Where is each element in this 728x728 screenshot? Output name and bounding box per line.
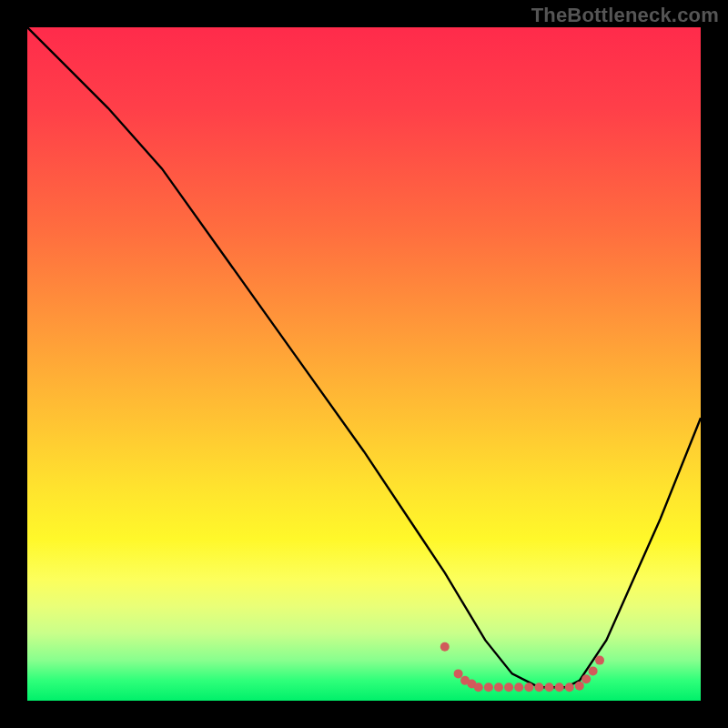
marker-dot (454, 669, 463, 678)
marker-dot (589, 666, 598, 675)
marker-dot (565, 682, 574, 692)
marker-dot (595, 656, 604, 665)
watermark-text: TheBottleneck.com (531, 4, 719, 27)
marker-dot (581, 674, 591, 683)
marker-dot (484, 682, 493, 692)
plot-area (27, 27, 701, 701)
chart-container: TheBottleneck.com (0, 0, 728, 728)
marker-dot (524, 682, 533, 692)
marker-dot (440, 642, 450, 652)
marker-dot (474, 682, 483, 692)
marker-dot (534, 682, 543, 692)
marker-dot (545, 682, 554, 692)
bottom-markers (440, 642, 604, 692)
chart-svg (27, 27, 701, 701)
marker-dot (504, 682, 513, 692)
curve-path (27, 27, 701, 687)
marker-dot (575, 682, 584, 691)
curve-line (27, 27, 701, 687)
marker-dot (514, 682, 523, 692)
marker-dot (494, 682, 503, 692)
marker-dot (555, 682, 564, 692)
